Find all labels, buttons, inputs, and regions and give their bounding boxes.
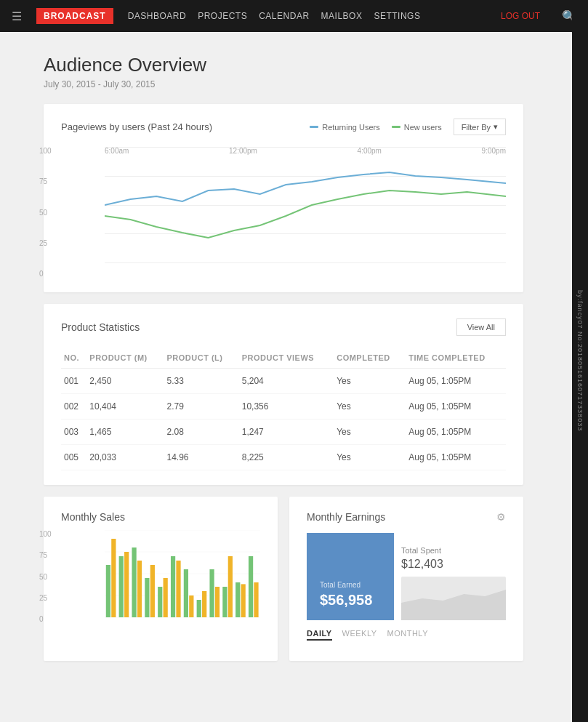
chart-legend: Returning Users New users — [310, 123, 441, 132]
nav-projects[interactable]: PROJECTS — [198, 11, 247, 21]
col-no: NO. — [61, 348, 86, 369]
view-all-button[interactable]: View All — [456, 318, 506, 336]
table-row: 002 10,404 2.79 10,356 Yes Aug 05, 1:05P… — [61, 394, 506, 420]
earnings-tabs: DAILY WEEKLY MONTHLY — [307, 629, 506, 641]
legend-new: New users — [392, 123, 442, 132]
product-stats-header: Product Statistics View All — [61, 318, 506, 336]
nav-dashboard[interactable]: DASHBOARD — [128, 11, 187, 21]
pageviews-card: Pageviews by users (Past 24 hours) Retur… — [44, 104, 523, 292]
spent-bar-fill — [401, 577, 506, 620]
bar-orange — [215, 587, 220, 617]
cell-pm: 1,465 — [86, 420, 164, 445]
navbar: ☰ BROADCAST DASHBOARD PROJECTS CALENDAR … — [0, 0, 588, 32]
chart-title: Pageviews by users (Past 24 hours) — [61, 121, 212, 132]
cell-views: 10,356 — [239, 394, 334, 420]
bar-orange — [202, 591, 206, 617]
monthly-earnings-card: Monthly Earnings ⚙ Total Earned $56,958 … — [289, 497, 523, 661]
chart-header: Pageviews by users (Past 24 hours) Retur… — [61, 119, 506, 135]
bar-orange — [150, 565, 155, 617]
bar-green — [222, 587, 227, 617]
chevron-down-icon: ▾ — [494, 122, 498, 132]
table-body: 001 2,450 5.33 5,204 Yes Aug 05, 1:05PM … — [61, 369, 506, 470]
cell-time: Aug 05, 1:05PM — [406, 445, 506, 470]
legend-new-dot — [392, 126, 400, 128]
bar-orange — [241, 584, 246, 617]
bar-orange — [254, 582, 258, 617]
bar-green — [145, 578, 149, 617]
earnings-earned-block: Total Earned $56,958 — [307, 533, 394, 620]
page-subtitle: July 30, 2015 - July 30, 2015 — [44, 79, 523, 89]
bar-orange — [137, 561, 142, 617]
bar-green — [197, 600, 201, 617]
table-row: 001 2,450 5.33 5,204 Yes Aug 05, 1:05PM — [61, 369, 506, 394]
cell-no: 005 — [61, 445, 86, 470]
cell-completed: Yes — [334, 420, 406, 445]
col-pm: PRODUCT (M) — [86, 348, 164, 369]
earned-label: Total Earned — [320, 581, 381, 589]
logout-button[interactable]: LOG OUT — [501, 11, 540, 21]
bar-orange — [111, 539, 116, 617]
tab-monthly[interactable]: MONTHLY — [387, 629, 428, 641]
cell-time: Aug 05, 1:05PM — [406, 394, 506, 420]
earnings-blocks: Total Earned $56,958 Total Spent $12,403 — [307, 533, 506, 620]
table-row: 003 1,465 2.08 1,247 Yes Aug 05, 1:05PM — [61, 420, 506, 445]
earnings-header: Monthly Earnings ⚙ — [307, 511, 506, 523]
cell-completed: Yes — [334, 369, 406, 394]
cell-pl: 14.96 — [164, 445, 239, 470]
table-header: NO. PRODUCT (M) PRODUCT (L) PRODUCT VIEW… — [61, 348, 506, 369]
cell-pm: 10,404 — [86, 394, 164, 420]
watermark-strip: by:fancy07 No:20180516160717338033 — [572, 0, 588, 694]
bar-green — [209, 569, 214, 617]
nav-settings[interactable]: SETTINGS — [374, 11, 420, 21]
bar-green — [132, 547, 136, 617]
bar-green — [119, 556, 124, 617]
cell-pl: 2.79 — [164, 394, 239, 420]
nav-links: DASHBOARD PROJECTS CALENDAR MAILBOX SETT… — [128, 11, 421, 21]
spent-label: Total Spent — [401, 546, 506, 555]
spent-bar-chart — [401, 577, 506, 620]
bar-green — [249, 556, 253, 617]
bar-chart-container: 100 75 50 25 0 — [61, 530, 260, 646]
bar-green — [171, 556, 175, 617]
page-title: Audience Overview — [44, 54, 523, 76]
legend-returning-dot — [310, 126, 318, 128]
cell-views: 5,204 — [239, 369, 334, 394]
earnings-title: Monthly Earnings — [307, 511, 385, 523]
cell-pl: 2.08 — [164, 420, 239, 445]
nav-calendar[interactable]: CALENDAR — [259, 11, 309, 21]
bar-orange — [176, 561, 180, 617]
cell-pl: 5.33 — [164, 369, 239, 394]
col-views: PRODUCT VIEWS — [239, 348, 334, 369]
cell-views: 1,247 — [239, 420, 334, 445]
bar-orange — [124, 552, 129, 617]
monthly-sales-title: Monthly Sales — [61, 511, 125, 523]
tab-weekly[interactable]: WEEKLY — [342, 629, 377, 641]
tab-daily[interactable]: DAILY — [307, 629, 332, 641]
cell-no: 001 — [61, 369, 86, 394]
earned-amount: $56,958 — [320, 592, 381, 609]
legend-returning-label: Returning Users — [322, 123, 379, 132]
cell-completed: Yes — [334, 394, 406, 420]
cell-no: 002 — [61, 394, 86, 420]
bar-chart-area — [105, 530, 260, 646]
chart-container: 100 75 50 25 0 — [61, 147, 506, 278]
bar-green — [184, 569, 188, 617]
bar-green — [106, 565, 110, 617]
line-chart-area: 6:00am 12:00pm 4:00pm 9:00pm — [105, 147, 506, 278]
hamburger-icon[interactable]: ☰ — [12, 9, 22, 23]
line-chart-svg — [105, 147, 506, 263]
bar-green — [235, 582, 240, 617]
cell-pm: 2,450 — [86, 369, 164, 394]
col-pl: PRODUCT (L) — [164, 348, 239, 369]
col-time: TIME COMPLETED — [406, 348, 506, 369]
cell-completed: Yes — [334, 445, 406, 470]
spent-amount: $12,403 — [401, 558, 506, 571]
nav-mailbox[interactable]: MAILBOX — [321, 11, 363, 21]
main-content: Audience Overview July 30, 2015 - July 3… — [0, 32, 567, 694]
cell-views: 8,225 — [239, 445, 334, 470]
filter-button[interactable]: Filter By ▾ — [454, 119, 506, 135]
chart-y-labels: 100 75 50 25 0 — [39, 147, 52, 278]
gear-icon[interactable]: ⚙ — [496, 511, 506, 523]
bar-orange — [189, 595, 193, 617]
bar-orange — [228, 556, 233, 617]
